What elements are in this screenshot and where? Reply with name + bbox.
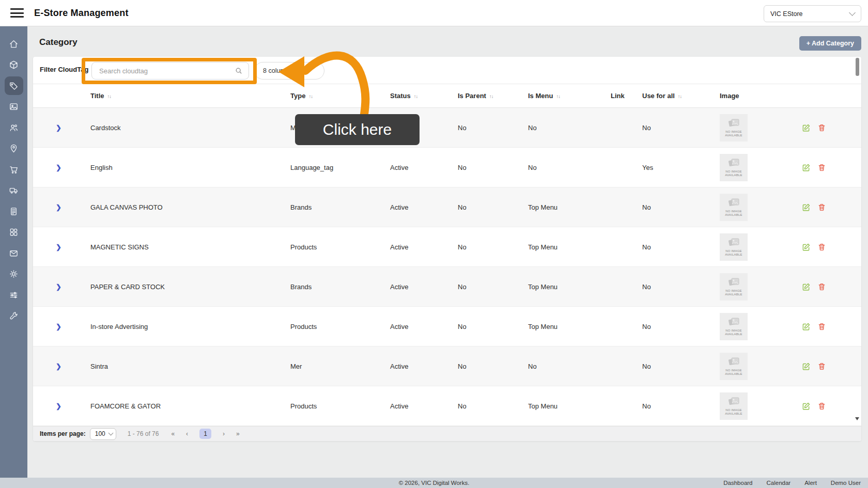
add-category-button[interactable]: + Add Category (799, 36, 861, 51)
footer-link-alert[interactable]: Alert (804, 480, 817, 486)
cell-is-menu: Top Menu (528, 243, 611, 251)
cell-status: Active (390, 164, 458, 171)
column-header-type[interactable]: Type↑↓ (290, 92, 390, 100)
column-header-is-parent[interactable]: Is Parent↑↓ (458, 92, 528, 100)
category-table-card: Filter CloudTag 8 columns Title↑↓Type↑↓S… (33, 57, 861, 441)
sort-arrows-icon[interactable]: ↑↓ (489, 93, 493, 99)
hamburger-menu-icon[interactable] (10, 8, 24, 18)
cell-use-for-all: No (642, 124, 720, 132)
row-expander-chevron-icon[interactable]: ❯ (33, 323, 90, 330)
sidebar-item-orders[interactable] (0, 159, 27, 180)
row-expander-chevron-icon[interactable]: ❯ (33, 243, 90, 251)
cell-type: Brands (290, 203, 390, 211)
sidebar-item-preferences[interactable] (0, 285, 27, 306)
no-image-placeholder: NO IMAGEAVAILABLE (720, 233, 748, 261)
cell-is-menu: Top Menu (528, 402, 611, 410)
table-row: ❯PAPER & CARD STOCKBrandsActiveNoTop Men… (33, 267, 861, 307)
row-expander-chevron-icon[interactable]: ❯ (33, 124, 90, 132)
edit-row-button[interactable] (802, 363, 810, 370)
edit-row-button[interactable] (802, 243, 810, 251)
sidebar-item-invoices[interactable] (0, 201, 27, 222)
column-header-link: Link (611, 92, 642, 100)
row-expander-chevron-icon[interactable]: ❯ (33, 402, 90, 410)
sidebar-item-settings[interactable] (0, 264, 27, 285)
column-header-use-for-all[interactable]: Use for all↑↓ (642, 92, 720, 100)
footer-link-demo-user[interactable]: Demo User (831, 480, 861, 486)
app-title: E-Store Management (34, 8, 129, 19)
sidebar-item-media[interactable] (0, 97, 27, 118)
app-root: E-Store Management VIC EStore (0, 0, 868, 488)
cell-title: MAGNETIC SIGNS (90, 243, 290, 251)
delete-row-button[interactable] (818, 402, 826, 410)
sort-arrows-icon[interactable]: ↑↓ (107, 93, 112, 99)
sidebar-item-modules[interactable] (0, 222, 27, 243)
edit-row-button[interactable] (802, 203, 810, 211)
cell-is-menu: Top Menu (528, 323, 611, 330)
delete-row-button[interactable] (818, 363, 826, 370)
next-page-button[interactable]: › (223, 430, 225, 437)
pagination-bar: Items per page: 100 1 - 76 of 76 « ‹ 1 ›… (33, 426, 861, 441)
edit-row-button[interactable] (802, 323, 810, 330)
first-page-button[interactable]: « (171, 430, 175, 437)
row-expander-chevron-icon[interactable]: ❯ (33, 203, 90, 211)
truck-icon (5, 181, 23, 200)
sidebar-item-tools[interactable] (0, 306, 27, 327)
sidebar-item-categories[interactable] (0, 75, 27, 97)
column-header-title[interactable]: Title↑↓ (90, 92, 290, 100)
row-expander-chevron-icon[interactable]: ❯ (33, 164, 90, 171)
table-row: ❯SintraMerActiveNoNoNo NO IMAGEAVAILABLE (33, 347, 861, 386)
sort-arrows-icon[interactable]: ↑↓ (678, 93, 682, 99)
cell-status: Active (390, 203, 458, 211)
edit-row-button[interactable] (802, 124, 810, 132)
wrench-icon (5, 307, 23, 325)
sidebar-item-products[interactable] (0, 55, 27, 76)
table-body: ❯CardstockMerActiveNoNoNo NO IMAGEAVAILA… (33, 108, 861, 426)
column-header-is-menu[interactable]: Is Menu↑↓ (528, 92, 611, 100)
sidebar-item-customers[interactable] (0, 117, 27, 138)
store-selector[interactable]: VIC EStore (764, 5, 861, 22)
no-image-placeholder: NO IMAGEAVAILABLE (720, 154, 748, 181)
sidebar-item-messages[interactable] (0, 243, 27, 264)
image-icon (5, 98, 23, 116)
delete-row-button[interactable] (818, 243, 826, 251)
sort-arrows-icon[interactable]: ↑↓ (308, 93, 313, 99)
filter-cloudtag-label: Filter CloudTag (40, 66, 88, 73)
edit-row-button[interactable] (802, 164, 810, 171)
cell-status: Active (390, 323, 458, 330)
cell-is-menu: Top Menu (528, 283, 611, 291)
cell-title: GALA CANVAS PHOTO (90, 203, 290, 211)
cell-title: FOAMCORE & GATOR (90, 402, 290, 410)
row-expander-chevron-icon[interactable]: ❯ (33, 283, 90, 291)
sort-arrows-icon[interactable]: ↑↓ (556, 93, 560, 99)
modules-grid-icon (5, 223, 23, 242)
page-number-button[interactable]: 1 (199, 429, 211, 439)
delete-row-button[interactable] (818, 124, 826, 132)
column-header-status[interactable]: Status↑↓ (390, 92, 458, 100)
mail-icon (5, 244, 23, 262)
scrollbar-thumb[interactable] (856, 58, 859, 76)
delete-row-button[interactable] (818, 203, 826, 211)
delete-row-button[interactable] (818, 283, 826, 291)
delete-row-button[interactable] (818, 164, 826, 171)
edit-row-button[interactable] (802, 283, 810, 291)
delete-row-button[interactable] (818, 323, 826, 330)
items-per-page-select[interactable]: 100 (90, 428, 116, 440)
search-cloudtag-input[interactable] (92, 67, 235, 75)
vertical-scrollbar[interactable] (855, 57, 859, 424)
footer-link-dashboard[interactable]: Dashboard (723, 480, 752, 486)
table-header-row: Title↑↓Type↑↓Status↑↓Is Parent↑↓Is Menu↑… (33, 84, 861, 108)
scrollbar-down-arrow-icon[interactable] (855, 417, 859, 420)
row-expander-chevron-icon[interactable]: ❯ (33, 363, 90, 370)
sort-arrows-icon[interactable]: ↑↓ (414, 93, 418, 99)
sidebar-item-shipping[interactable] (0, 180, 27, 201)
prev-page-button[interactable]: ‹ (186, 430, 188, 437)
sidebar-item-home[interactable] (0, 34, 27, 55)
edit-row-button[interactable] (802, 402, 810, 410)
footer-link-calendar[interactable]: Calendar (767, 480, 791, 486)
cell-is-parent: No (458, 323, 528, 330)
search-cloudtag-box[interactable] (91, 62, 249, 80)
cell-title: English (90, 164, 290, 171)
sidebar-item-locations[interactable] (0, 138, 27, 160)
columns-selector-button[interactable]: 8 columns (254, 62, 324, 80)
last-page-button[interactable]: » (236, 430, 240, 437)
